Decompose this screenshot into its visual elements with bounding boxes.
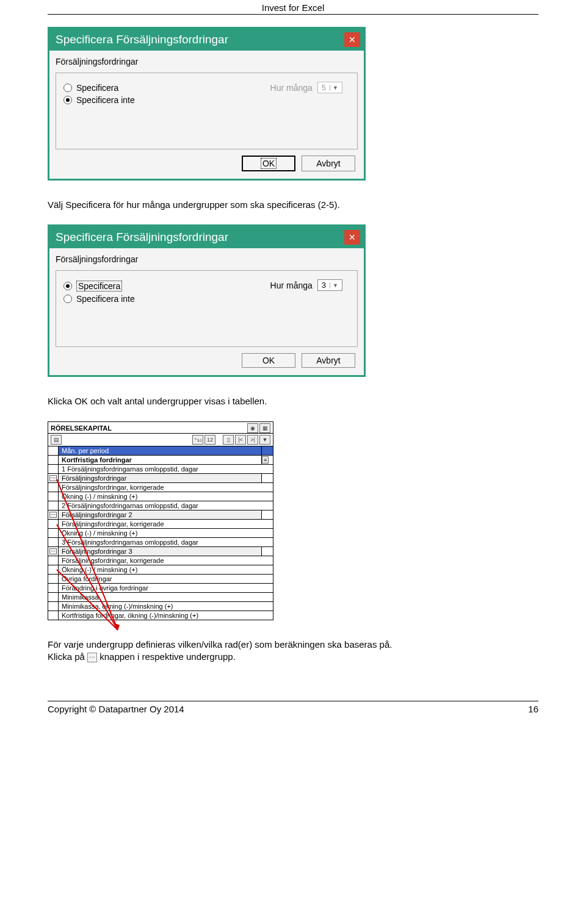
dialog-specificera-2: Specificera Försäljningsfordringar ✕ För… — [48, 224, 366, 377]
quantity-label: Hur många — [270, 83, 313, 93]
dots-button[interactable]: ⋯ — [49, 475, 57, 481]
table-row: Ökning (-) / minskning (+) — [48, 529, 273, 538]
next-icon[interactable]: >| — [247, 435, 258, 445]
table-row: Kortfristiga fordringar≡ — [48, 456, 273, 465]
table-row: ⋯Försäljningsfordringar — [48, 474, 273, 483]
chevron-down-icon: ▼ — [330, 282, 338, 288]
quantity-field: Hur många 5 ▼ — [270, 82, 342, 93]
radio-specificera-inte[interactable]: Specificera inte — [63, 293, 351, 305]
quantity-spinner: 5 ▼ — [317, 82, 342, 93]
quantity-label: Hur många — [270, 281, 313, 290]
first-icon[interactable]: ▯ — [223, 435, 234, 445]
table-row: Ökning (-) / minskning (+) — [48, 565, 273, 575]
radio-icon — [63, 84, 72, 92]
table-row: ⋯Försäljningsfordringar 2 — [48, 510, 273, 520]
top-rule — [48, 14, 538, 15]
page-header: Invest for Excel — [0, 0, 586, 14]
camera-icon[interactable]: ◉ — [247, 423, 258, 433]
table-row: Förändring i övriga fordringar — [48, 584, 273, 593]
ok-button[interactable]: OK — [242, 353, 295, 368]
tool-icon[interactable]: ⁺₁₀ — [192, 435, 203, 445]
dots-button[interactable]: ⋯ — [49, 548, 57, 554]
chevron-down-icon: ▼ — [330, 85, 338, 91]
radio-icon — [63, 96, 72, 104]
grid-icon[interactable]: ▦ — [259, 423, 270, 433]
filter-icon[interactable]: ▼ — [259, 435, 270, 445]
dialog-heading: Försäljningsfordringar — [56, 253, 358, 270]
table-row[interactable]: Mån. per period — [48, 446, 273, 456]
dots-button[interactable]: ⋯ — [49, 512, 57, 518]
dialog-specificera-1: Specificera Försäljningsfordringar ✕ För… — [48, 27, 366, 181]
table-row: Minimikassa — [48, 593, 273, 602]
table-title: RÖRELSEKAPITAL — [51, 424, 112, 432]
cancel-button[interactable]: Avbryt — [302, 353, 355, 368]
close-button[interactable]: ✕ — [344, 32, 360, 47]
radio-label: Specificera — [76, 281, 122, 292]
radio-label: Specificera inte — [76, 95, 135, 105]
close-icon: ✕ — [349, 232, 356, 242]
table-row: Försäljningsfordringar, korrigerade — [48, 556, 273, 565]
dialog-heading: Försäljningsfordringar — [56, 56, 358, 73]
page-number: 16 — [528, 704, 538, 714]
paragraph-1: Välj Specificera för hur många undergrup… — [48, 181, 538, 224]
cal-icon[interactable]: 12 — [204, 435, 215, 445]
close-button[interactable]: ✕ — [344, 230, 360, 245]
paragraph-2: Klicka OK och valt antal undergrupper vi… — [48, 377, 538, 421]
options-group: Specificera Specificera inte Hur många 5… — [56, 73, 358, 149]
table-row: Kortfristiga fordringar, ökning (-)/mins… — [48, 611, 273, 620]
dialog-title: Specificera Försäljningsfordringar — [56, 231, 228, 244]
copyright: Copyright © Datapartner Oy 2014 — [48, 704, 184, 714]
ok-button[interactable]: OK — [242, 156, 295, 171]
dots-icon: ⋯ — [87, 653, 97, 662]
radio-icon — [63, 282, 72, 290]
expand-icon[interactable]: ≡ — [262, 456, 269, 464]
table-row: Försäljningsfordringar, korrigerade — [48, 520, 273, 529]
table-row: Ökning (-) / minskning (+) — [48, 492, 273, 501]
radio-icon — [63, 295, 72, 303]
quantity-field: Hur många 3 ▼ — [270, 279, 342, 291]
options-group: Specificera Specificera inte Hur många 3… — [56, 270, 358, 347]
quantity-spinner[interactable]: 3 ▼ — [317, 279, 342, 291]
outline-icon[interactable]: ▤ — [51, 435, 62, 445]
prev-icon[interactable]: |< — [235, 435, 246, 445]
table-row: 3 Försäljningsfordringarnas omloppstid, … — [48, 538, 273, 547]
radio-label: Specificera inte — [76, 294, 135, 304]
table-row: 1 Försäljningsfordringarnas omloppstid, … — [48, 465, 273, 474]
paragraph-3: För varje undergrupp definieras vilken/v… — [48, 620, 538, 677]
table-row: Övriga fordringar — [48, 575, 273, 584]
table-rorelsekapital: RÖRELSEKAPITAL ◉ ▦ ▤ ⁺₁₀ 12 ▯ |< >| ▼ Må… — [48, 421, 273, 620]
footer: Copyright © Datapartner Oy 2014 16 — [0, 701, 586, 720]
cancel-button[interactable]: Avbryt — [302, 156, 355, 171]
table-row: Försäljningsfordringar, korrigerade — [48, 483, 273, 492]
radio-label: Specificera — [76, 83, 118, 93]
table-row: 2 Försäljningsfordringarnas omloppstid, … — [48, 501, 273, 510]
table-row: Minimikassa, ökning (-)/minskning (+) — [48, 602, 273, 611]
dialog-title: Specificera Försäljningsfordringar — [56, 33, 228, 46]
table-row: ⋯Försäljningsfordringar 3 — [48, 547, 273, 556]
close-icon: ✕ — [349, 35, 356, 45]
radio-specificera-inte[interactable]: Specificera inte — [63, 94, 351, 106]
